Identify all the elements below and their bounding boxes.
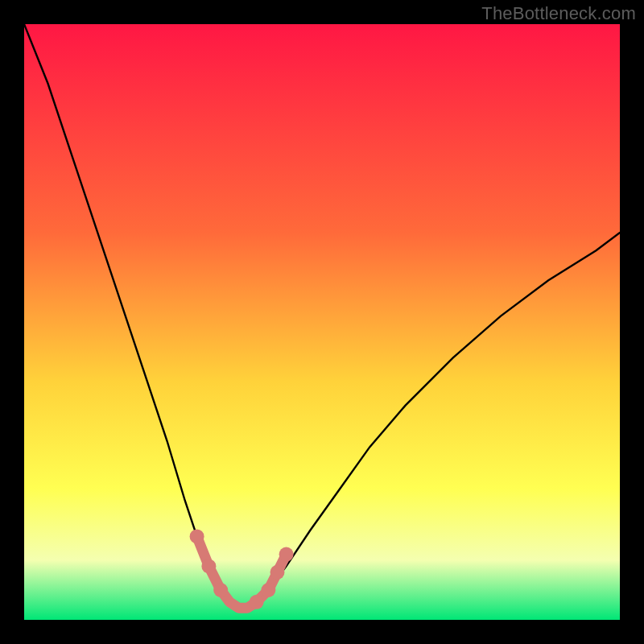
marker-dot [279,547,294,562]
marker-dot [213,583,228,597]
marker-dot [190,529,204,543]
chart-frame: TheBottleneck.com [0,0,644,644]
marker-dot [201,559,216,573]
marker-dot [270,565,285,580]
gradient-background [24,24,620,620]
marker-dot [250,595,264,609]
marker-dot [261,583,275,597]
watermark-text: TheBottleneck.com [481,3,636,24]
chart-svg [24,24,620,620]
